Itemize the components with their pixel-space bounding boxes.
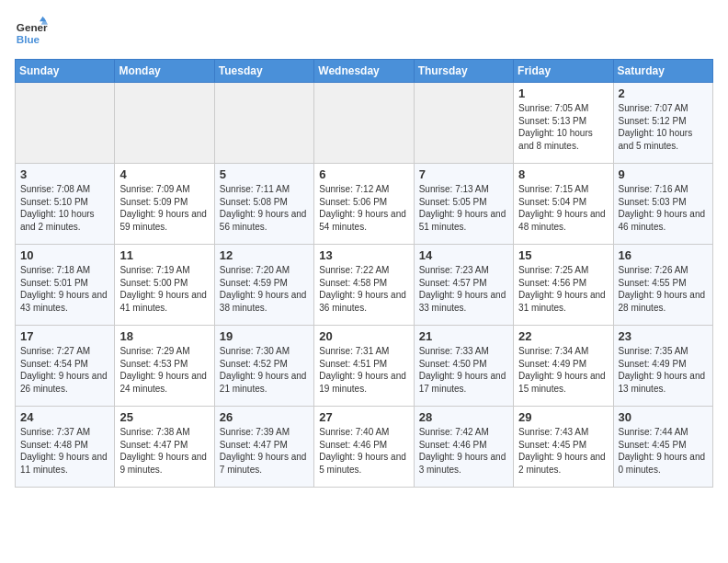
calendar-cell bbox=[16, 83, 115, 164]
day-number: 30 bbox=[619, 410, 708, 424]
day-number: 11 bbox=[119, 248, 209, 262]
calendar-cell bbox=[414, 83, 513, 164]
day-info: Sunrise: 7:23 AMSunset: 4:57 PMDaylight:… bbox=[419, 264, 508, 314]
day-number: 5 bbox=[220, 167, 309, 181]
weekday-header-monday: Monday bbox=[115, 60, 214, 83]
day-info: Sunrise: 7:07 AMSunset: 5:12 PMDaylight:… bbox=[619, 102, 708, 152]
calendar-cell: 9Sunrise: 7:16 AMSunset: 5:03 PMDaylight… bbox=[613, 164, 712, 245]
day-number: 12 bbox=[220, 248, 309, 262]
day-info: Sunrise: 7:19 AMSunset: 5:00 PMDaylight:… bbox=[119, 264, 209, 314]
day-info: Sunrise: 7:34 AMSunset: 4:49 PMDaylight:… bbox=[518, 345, 608, 395]
day-number: 28 bbox=[419, 410, 508, 424]
calendar-table: SundayMondayTuesdayWednesdayThursdayFrid… bbox=[15, 59, 713, 488]
day-number: 1 bbox=[518, 86, 608, 100]
day-info: Sunrise: 7:18 AMSunset: 5:01 PMDaylight:… bbox=[20, 264, 109, 314]
day-number: 6 bbox=[319, 167, 408, 181]
day-number: 23 bbox=[619, 329, 708, 343]
day-info: Sunrise: 7:37 AMSunset: 4:48 PMDaylight:… bbox=[20, 426, 109, 476]
calendar-cell: 21Sunrise: 7:33 AMSunset: 4:50 PMDayligh… bbox=[414, 326, 513, 407]
day-info: Sunrise: 7:08 AMSunset: 5:10 PMDaylight:… bbox=[20, 183, 109, 233]
calendar-cell: 22Sunrise: 7:34 AMSunset: 4:49 PMDayligh… bbox=[514, 326, 613, 407]
day-number: 13 bbox=[319, 248, 408, 262]
calendar-cell: 5Sunrise: 7:11 AMSunset: 5:08 PMDaylight… bbox=[214, 164, 313, 245]
day-info: Sunrise: 7:43 AMSunset: 4:45 PMDaylight:… bbox=[518, 426, 608, 476]
week-row-5: 24Sunrise: 7:37 AMSunset: 4:48 PMDayligh… bbox=[16, 407, 713, 488]
logo: General Blue bbox=[15, 15, 53, 48]
day-number: 14 bbox=[419, 248, 508, 262]
day-info: Sunrise: 7:16 AMSunset: 5:03 PMDaylight:… bbox=[619, 183, 708, 233]
calendar-cell: 25Sunrise: 7:38 AMSunset: 4:47 PMDayligh… bbox=[115, 407, 214, 488]
calendar-cell: 27Sunrise: 7:40 AMSunset: 4:46 PMDayligh… bbox=[314, 407, 414, 488]
calendar-cell: 11Sunrise: 7:19 AMSunset: 5:00 PMDayligh… bbox=[115, 245, 214, 326]
weekday-header-sunday: Sunday bbox=[16, 60, 115, 83]
calendar-cell: 6Sunrise: 7:12 AMSunset: 5:06 PMDaylight… bbox=[314, 164, 414, 245]
week-row-3: 10Sunrise: 7:18 AMSunset: 5:01 PMDayligh… bbox=[16, 245, 713, 326]
day-number: 10 bbox=[20, 248, 109, 262]
svg-text:Blue: Blue bbox=[17, 33, 40, 45]
calendar-cell: 2Sunrise: 7:07 AMSunset: 5:12 PMDaylight… bbox=[613, 83, 712, 164]
day-number: 26 bbox=[220, 410, 309, 424]
day-number: 25 bbox=[119, 410, 209, 424]
calendar-cell bbox=[314, 83, 414, 164]
day-info: Sunrise: 7:05 AMSunset: 5:13 PMDaylight:… bbox=[518, 102, 608, 152]
day-number: 9 bbox=[619, 167, 708, 181]
day-info: Sunrise: 7:27 AMSunset: 4:54 PMDaylight:… bbox=[20, 345, 109, 395]
day-number: 3 bbox=[20, 167, 109, 181]
calendar-cell: 24Sunrise: 7:37 AMSunset: 4:48 PMDayligh… bbox=[16, 407, 115, 488]
day-info: Sunrise: 7:13 AMSunset: 5:05 PMDaylight:… bbox=[419, 183, 508, 233]
day-info: Sunrise: 7:22 AMSunset: 4:58 PMDaylight:… bbox=[319, 264, 408, 314]
calendar-cell: 23Sunrise: 7:35 AMSunset: 4:49 PMDayligh… bbox=[613, 326, 712, 407]
day-number: 2 bbox=[619, 86, 708, 100]
day-info: Sunrise: 7:12 AMSunset: 5:06 PMDaylight:… bbox=[319, 183, 408, 233]
calendar-cell: 8Sunrise: 7:15 AMSunset: 5:04 PMDaylight… bbox=[514, 164, 613, 245]
calendar-cell: 20Sunrise: 7:31 AMSunset: 4:51 PMDayligh… bbox=[314, 326, 414, 407]
calendar-cell: 12Sunrise: 7:20 AMSunset: 4:59 PMDayligh… bbox=[214, 245, 313, 326]
calendar-cell: 28Sunrise: 7:42 AMSunset: 4:46 PMDayligh… bbox=[414, 407, 513, 488]
day-number: 29 bbox=[518, 410, 608, 424]
day-number: 20 bbox=[319, 329, 408, 343]
calendar-cell: 4Sunrise: 7:09 AMSunset: 5:09 PMDaylight… bbox=[115, 164, 214, 245]
weekday-header-tuesday: Tuesday bbox=[214, 60, 313, 83]
day-info: Sunrise: 7:26 AMSunset: 4:55 PMDaylight:… bbox=[619, 264, 708, 314]
day-info: Sunrise: 7:35 AMSunset: 4:49 PMDaylight:… bbox=[619, 345, 708, 395]
day-info: Sunrise: 7:20 AMSunset: 4:59 PMDaylight:… bbox=[220, 264, 309, 314]
weekday-header-thursday: Thursday bbox=[414, 60, 513, 83]
weekday-header-row: SundayMondayTuesdayWednesdayThursdayFrid… bbox=[16, 60, 713, 83]
calendar-cell: 3Sunrise: 7:08 AMSunset: 5:10 PMDaylight… bbox=[16, 164, 115, 245]
day-info: Sunrise: 7:40 AMSunset: 4:46 PMDaylight:… bbox=[319, 426, 408, 476]
day-info: Sunrise: 7:33 AMSunset: 4:50 PMDaylight:… bbox=[419, 345, 508, 395]
logo-icon: General Blue bbox=[15, 15, 48, 48]
calendar-cell: 18Sunrise: 7:29 AMSunset: 4:53 PMDayligh… bbox=[115, 326, 214, 407]
day-number: 4 bbox=[119, 167, 209, 181]
day-number: 17 bbox=[20, 329, 109, 343]
day-info: Sunrise: 7:38 AMSunset: 4:47 PMDaylight:… bbox=[119, 426, 209, 476]
calendar-cell: 26Sunrise: 7:39 AMSunset: 4:47 PMDayligh… bbox=[214, 407, 313, 488]
day-info: Sunrise: 7:09 AMSunset: 5:09 PMDaylight:… bbox=[119, 183, 209, 233]
week-row-1: 1Sunrise: 7:05 AMSunset: 5:13 PMDaylight… bbox=[16, 83, 713, 164]
day-number: 15 bbox=[518, 248, 608, 262]
day-info: Sunrise: 7:25 AMSunset: 4:56 PMDaylight:… bbox=[518, 264, 608, 314]
calendar-body: 1Sunrise: 7:05 AMSunset: 5:13 PMDaylight… bbox=[16, 83, 713, 488]
day-number: 18 bbox=[119, 329, 209, 343]
calendar-cell: 16Sunrise: 7:26 AMSunset: 4:55 PMDayligh… bbox=[613, 245, 712, 326]
day-number: 22 bbox=[518, 329, 608, 343]
day-info: Sunrise: 7:42 AMSunset: 4:46 PMDaylight:… bbox=[419, 426, 508, 476]
calendar-cell bbox=[115, 83, 214, 164]
day-info: Sunrise: 7:15 AMSunset: 5:04 PMDaylight:… bbox=[518, 183, 608, 233]
calendar-cell: 13Sunrise: 7:22 AMSunset: 4:58 PMDayligh… bbox=[314, 245, 414, 326]
calendar-cell: 29Sunrise: 7:43 AMSunset: 4:45 PMDayligh… bbox=[514, 407, 613, 488]
calendar-cell bbox=[214, 83, 313, 164]
week-row-4: 17Sunrise: 7:27 AMSunset: 4:54 PMDayligh… bbox=[16, 326, 713, 407]
day-info: Sunrise: 7:29 AMSunset: 4:53 PMDaylight:… bbox=[119, 345, 209, 395]
day-number: 21 bbox=[419, 329, 508, 343]
calendar-cell: 15Sunrise: 7:25 AMSunset: 4:56 PMDayligh… bbox=[514, 245, 613, 326]
calendar-cell: 10Sunrise: 7:18 AMSunset: 5:01 PMDayligh… bbox=[16, 245, 115, 326]
weekday-header-wednesday: Wednesday bbox=[314, 60, 414, 83]
calendar-cell: 19Sunrise: 7:30 AMSunset: 4:52 PMDayligh… bbox=[214, 326, 313, 407]
day-number: 27 bbox=[319, 410, 408, 424]
page-header: General Blue bbox=[15, 15, 713, 48]
weekday-header-saturday: Saturday bbox=[613, 60, 712, 83]
day-number: 7 bbox=[419, 167, 508, 181]
day-number: 24 bbox=[20, 410, 109, 424]
calendar-cell: 7Sunrise: 7:13 AMSunset: 5:05 PMDaylight… bbox=[414, 164, 513, 245]
